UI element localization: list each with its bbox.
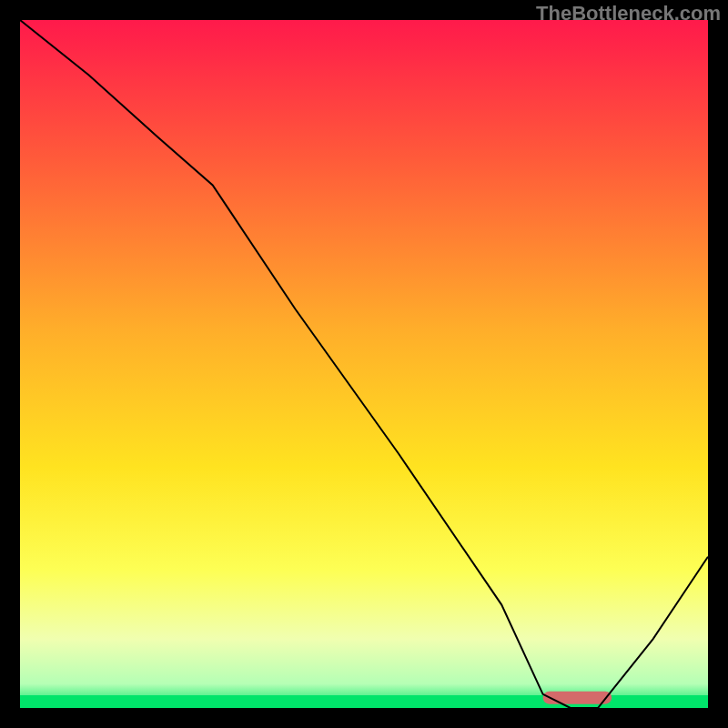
gradient-background: [20, 20, 708, 708]
watermark-text: TheBottleneck.com: [536, 2, 721, 25]
chart-container: TheBottleneck.com: [0, 0, 728, 728]
optimal-bar: [543, 692, 612, 704]
plot-area: [20, 20, 708, 708]
chart-svg: [20, 20, 708, 708]
